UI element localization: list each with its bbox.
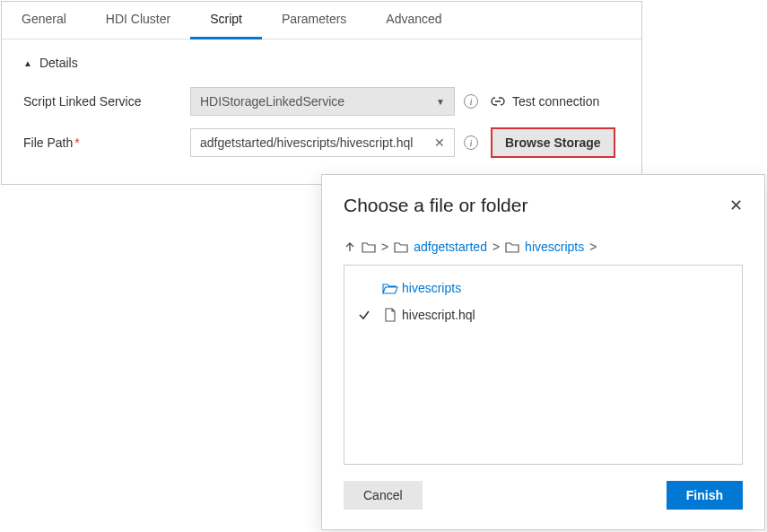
file-list: hivescripts hivescript.hql [344,265,743,465]
dialog-footer: Cancel Finish [344,481,743,510]
folder-name: hivescripts [402,281,461,295]
script-config-panel: General HDI Cluster Script Parameters Ad… [1,1,642,185]
tab-advanced[interactable]: Advanced [366,2,461,39]
choose-file-dialog: Choose a file or folder ✕ > adfgetstarte… [321,174,765,530]
tab-bar: General HDI Cluster Script Parameters Ad… [2,2,641,39]
finish-button[interactable]: Finish [667,481,743,510]
test-connection-link[interactable]: Test connection [512,94,599,109]
row-file-path: File Path* adfgetstarted/hivescripts/hiv… [23,122,620,163]
row-script-linked-service: Script Linked Service HDIStorageLinkedSe… [23,81,620,122]
link-icon [491,95,505,108]
list-item-folder[interactable]: hivescripts [350,275,736,301]
up-arrow-icon[interactable] [344,240,356,253]
clear-icon[interactable]: ✕ [434,135,445,150]
breadcrumb-sep: > [492,240,500,254]
details-label: Details [39,56,78,70]
list-item-file[interactable]: hivescript.hql [350,301,736,328]
file-icon [379,308,402,322]
dialog-title: Choose a file or folder [344,195,527,216]
details-section: ▲ Details Script Linked Service HDIStora… [2,39,641,179]
file-path-value: adfgetstarted/hivescripts/hivescript.hql [200,135,413,150]
file-name: hivescript.hql [402,308,475,322]
dialog-header: Choose a file or folder ✕ [344,195,743,216]
folder-icon [394,241,408,253]
close-icon[interactable]: ✕ [729,196,743,215]
breadcrumb-sep: > [589,240,597,254]
folder-open-icon [379,282,402,294]
details-toggle[interactable]: ▲ Details [23,56,620,70]
cancel-button[interactable]: Cancel [344,481,423,510]
breadcrumb-sep: > [381,240,388,254]
select-script-linked-service[interactable]: HDIStorageLinkedService ▼ [190,87,455,116]
input-file-path[interactable]: adfgetstarted/hivescripts/hivescript.hql… [190,128,455,157]
info-icon[interactable]: i [464,94,478,109]
checkmark-icon [350,309,379,321]
chevron-down-icon: ▼ [436,97,445,107]
select-value: HDIStorageLinkedService [200,94,344,109]
label-script-linked-service: Script Linked Service [23,94,190,109]
breadcrumb-adfgetstarted[interactable]: adfgetstarted [414,240,487,254]
folder-icon[interactable] [362,241,376,253]
tab-hdi-cluster[interactable]: HDI Cluster [86,2,190,39]
label-file-path: File Path* [23,135,190,150]
breadcrumb: > adfgetstarted > hivescripts > [344,240,743,254]
info-icon[interactable]: i [464,135,478,150]
folder-icon [505,241,519,253]
caret-down-icon: ▲ [23,58,32,68]
breadcrumb-hivescripts[interactable]: hivescripts [525,240,584,254]
tab-parameters[interactable]: Parameters [262,2,366,39]
browse-storage-button[interactable]: Browse Storage [491,127,615,158]
tab-script[interactable]: Script [190,2,262,39]
required-asterisk: * [74,135,79,150]
tab-general[interactable]: General [2,2,86,39]
